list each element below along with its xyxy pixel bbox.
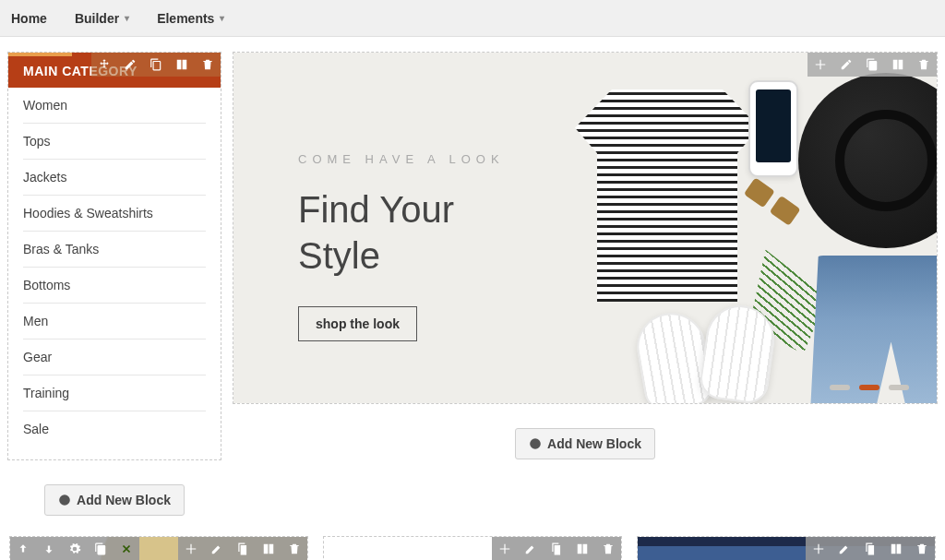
category-item[interactable]: Gear: [23, 340, 206, 375]
duplicate-icon[interactable]: [230, 537, 256, 560]
bottom-blocks-row: [7, 536, 938, 560]
nav-home[interactable]: Home: [11, 11, 47, 26]
hero-title: Find Your Style: [298, 186, 505, 279]
nav-home-label: Home: [11, 11, 47, 26]
plus-circle-icon: [529, 437, 542, 450]
delete-icon[interactable]: [281, 537, 307, 560]
columns-icon[interactable]: [169, 53, 195, 77]
hero-slide: COME HAVE A LOOK Find Your Style shop th…: [233, 53, 937, 403]
nav-elements-label: Elements: [157, 11, 214, 26]
block-promo-3[interactable]: [637, 536, 936, 560]
slider-dot-2[interactable]: [859, 385, 879, 390]
block-hero-slider[interactable]: COME HAVE A LOOK Find Your Style shop th…: [233, 52, 938, 404]
category-list: Women Tops Jackets Hoodies & Sweatshirts…: [8, 88, 221, 459]
builder-canvas: MAIN CATEGORY Women Tops Jackets Hoodies…: [0, 37, 945, 560]
category-item[interactable]: Bottoms: [23, 268, 206, 304]
delete-icon[interactable]: [595, 537, 621, 560]
hero-image-hat: [798, 73, 937, 248]
arrow-up-icon[interactable]: [10, 537, 36, 560]
chevron-down-icon: ▾: [220, 13, 224, 23]
category-item[interactable]: Hoodies & Sweatshirts: [23, 196, 206, 232]
edit-icon[interactable]: [831, 537, 857, 560]
category-item[interactable]: Tops: [23, 124, 206, 160]
row-toolbar: [10, 537, 139, 560]
move-icon[interactable]: [178, 537, 204, 560]
hero-image-shorts: [810, 256, 937, 403]
add-block-button-right[interactable]: Add New Block: [515, 428, 655, 459]
move-icon[interactable]: [806, 537, 831, 560]
columns-icon[interactable]: [569, 537, 595, 560]
block-toolbar: [178, 537, 307, 560]
category-item[interactable]: Jackets: [23, 160, 206, 196]
add-block-label: Add New Block: [77, 493, 171, 507]
plus-circle-icon: [58, 494, 71, 506]
move-icon[interactable]: [492, 537, 518, 560]
duplicate-icon[interactable]: [859, 53, 885, 77]
hero-image-tshirt: [575, 89, 760, 302]
category-item[interactable]: Men: [23, 304, 206, 340]
hero-title-line1: Find Your: [298, 189, 454, 230]
duplicate-icon[interactable]: [857, 537, 883, 560]
edit-icon[interactable]: [518, 537, 544, 560]
hero-title-line2: Style: [298, 235, 380, 276]
edit-icon[interactable]: [204, 537, 230, 560]
delete-icon[interactable]: [911, 53, 937, 77]
delete-icon[interactable]: [195, 53, 221, 77]
category-item[interactable]: Sale: [23, 411, 206, 447]
category-item[interactable]: Bras & Tanks: [23, 232, 206, 268]
block-toolbar: [806, 537, 935, 560]
top-nav: Home Builder▾ Elements▾: [0, 0, 945, 37]
edit-icon[interactable]: [833, 53, 859, 77]
category-item[interactable]: Training: [23, 375, 206, 411]
move-icon[interactable]: [91, 53, 117, 77]
columns-icon[interactable]: [883, 537, 909, 560]
block-category-sidebar[interactable]: MAIN CATEGORY Women Tops Jackets Hoodies…: [7, 52, 221, 460]
edit-icon[interactable]: [117, 53, 143, 77]
block-toolbar: [807, 53, 937, 77]
chevron-down-icon: ▾: [125, 13, 129, 23]
close-icon[interactable]: [114, 537, 139, 560]
duplicate-icon[interactable]: [143, 53, 169, 77]
slider-pagination: [830, 385, 909, 390]
delete-icon[interactable]: [909, 537, 935, 560]
duplicate-icon[interactable]: [88, 537, 114, 560]
category-item[interactable]: Women: [23, 88, 206, 124]
hero-image-sunglasses: [740, 177, 800, 230]
duplicate-icon[interactable]: [544, 537, 569, 560]
hero-eyebrow: COME HAVE A LOOK: [298, 152, 505, 166]
block-toolbar: [91, 53, 221, 77]
nav-builder[interactable]: Builder▾: [75, 11, 129, 26]
nav-elements[interactable]: Elements▾: [157, 11, 224, 26]
slider-dot-3[interactable]: [889, 385, 909, 390]
slider-dot-1[interactable]: [830, 385, 850, 390]
arrow-down-icon[interactable]: [36, 537, 62, 560]
block-toolbar: [492, 537, 621, 560]
move-icon[interactable]: [807, 53, 833, 77]
hero-image-phone: [748, 80, 798, 177]
add-block-button-left[interactable]: Add New Block: [44, 484, 185, 516]
columns-icon[interactable]: [885, 53, 911, 77]
block-promo-2[interactable]: [323, 536, 622, 560]
add-block-label: Add New Block: [547, 436, 641, 451]
nav-builder-label: Builder: [75, 11, 119, 26]
block-promo-1[interactable]: [9, 536, 308, 560]
shop-the-look-button[interactable]: shop the look: [298, 306, 417, 341]
columns-icon[interactable]: [256, 537, 281, 560]
gear-icon[interactable]: [62, 537, 88, 560]
hero-image-sandals: [640, 305, 787, 403]
